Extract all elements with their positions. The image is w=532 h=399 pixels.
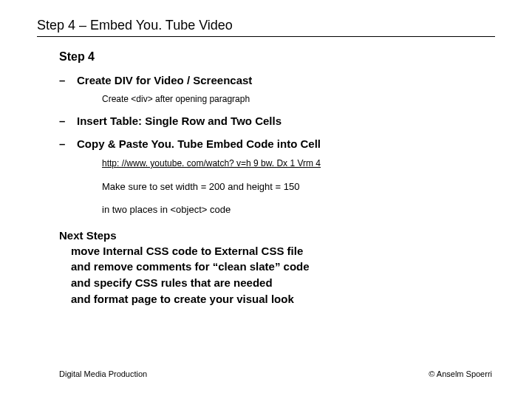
bullet-link-wrap: http: //www. youtube. com/watch? v=h 9 b… <box>102 156 495 171</box>
bullet-dash: – <box>59 74 77 86</box>
bullet-item: – Copy & Paste You. Tube Embed Code into… <box>59 137 495 150</box>
slide: Step 4 – Embed You. Tube Video Step 4 – … <box>0 0 532 399</box>
next-steps-line: move Internal CSS code to External CSS f… <box>71 243 495 259</box>
youtube-link[interactable]: http: //www. youtube. com/watch? v=h 9 b… <box>102 158 321 168</box>
bullet-text: Copy & Paste You. Tube Embed Code into C… <box>77 137 321 150</box>
bullet-text: Insert Table: Single Row and Two Cells <box>77 115 282 127</box>
next-steps-line: and remove comments for “clean slate” co… <box>71 259 495 275</box>
next-steps: Next Steps move Internal CSS code to Ext… <box>59 229 495 307</box>
bullet-note: Make sure to set width = 200 and height … <box>102 180 495 194</box>
bullet-text: Create DIV for Video / Screencast <box>77 74 252 86</box>
bullet-note: in two places in <object> code <box>102 202 495 217</box>
bullet-subtext: Create <div> after opening paragraph <box>102 92 495 106</box>
bullet-dash: – <box>59 137 77 150</box>
bullet-item: – Create DIV for Video / Screencast <box>59 74 495 86</box>
footer-left: Digital Media Production <box>59 369 147 378</box>
next-steps-heading: Next Steps <box>59 229 495 242</box>
footer: Digital Media Production © Anselm Spoerr… <box>0 369 532 378</box>
next-steps-line: and specify CSS rules that are needed <box>71 275 495 291</box>
footer-right: © Anselm Spoerri <box>429 369 492 378</box>
bullet-dash: – <box>59 115 77 127</box>
next-steps-line: and format page to create your visual lo… <box>71 291 495 307</box>
step-subtitle: Step 4 <box>59 50 495 64</box>
slide-title: Step 4 – Embed You. Tube Video <box>37 18 495 37</box>
bullet-item: – Insert Table: Single Row and Two Cells <box>59 115 495 127</box>
